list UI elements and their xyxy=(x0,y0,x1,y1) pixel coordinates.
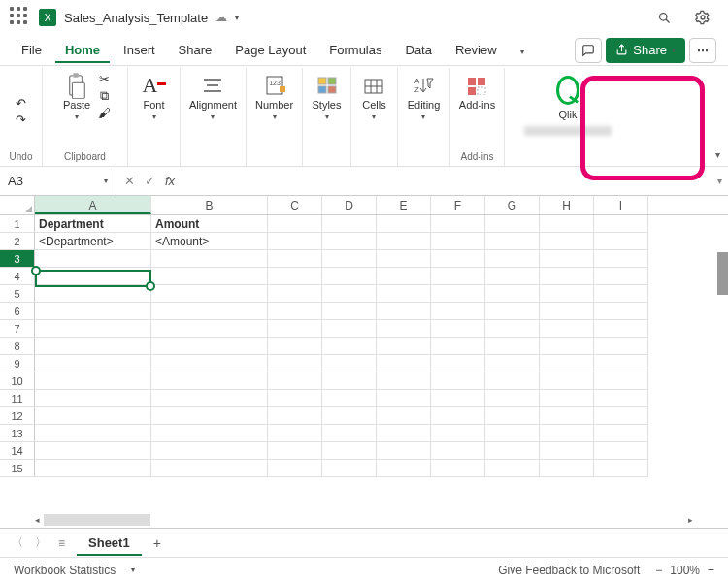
selection-handle-icon[interactable] xyxy=(31,266,41,275)
svg-line-1 xyxy=(666,19,669,22)
format-painter-icon[interactable]: 🖌 xyxy=(98,106,111,120)
horizontal-scroll-thumb[interactable] xyxy=(44,514,150,526)
sheet-nav-next-icon[interactable]: 〉 xyxy=(35,534,47,551)
share-button[interactable]: Share ▾ xyxy=(606,38,685,63)
alignment-icon xyxy=(201,74,224,97)
styles-icon xyxy=(315,74,339,97)
paste-button[interactable]: Paste ▾ xyxy=(59,72,94,123)
row-header-2[interactable]: 2 xyxy=(0,233,35,250)
active-cell-selection xyxy=(35,270,151,287)
select-all-corner[interactable] xyxy=(0,196,35,214)
cell-A1[interactable]: Department xyxy=(35,215,151,233)
document-name[interactable]: Sales_Analysis_Template xyxy=(64,11,208,25)
col-header-A[interactable]: A xyxy=(35,196,151,214)
qlik-icon xyxy=(556,74,579,107)
tab-overflow[interactable]: ▾ xyxy=(511,37,534,63)
svg-rect-5 xyxy=(73,73,79,78)
cell-B2[interactable]: <Amount> xyxy=(151,233,268,250)
col-header-D[interactable]: D xyxy=(322,196,377,214)
cells-icon xyxy=(362,74,385,97)
number-button[interactable]: 123 Number▾ xyxy=(251,72,297,123)
name-box[interactable]: A3 ▾ xyxy=(0,167,116,195)
addins-icon xyxy=(465,74,488,97)
undo-icon[interactable]: ↶ xyxy=(16,96,26,111)
add-sheet-button[interactable]: + xyxy=(153,535,161,551)
qlik-addin-subtitle-redacted xyxy=(524,126,612,136)
addins-button[interactable]: Add-ins xyxy=(455,72,499,113)
column-headers: A B C D E F G H I xyxy=(0,196,728,215)
share-button-label: Share xyxy=(633,43,667,57)
tab-file[interactable]: File xyxy=(12,37,51,63)
sort-filter-icon: AZ xyxy=(412,74,435,97)
col-header-B[interactable]: B xyxy=(151,196,268,214)
status-menu-caret-icon[interactable]: ▾ xyxy=(131,566,135,574)
zoom-out-button[interactable]: − xyxy=(655,564,662,577)
selection-handle-icon[interactable] xyxy=(146,281,155,291)
svg-rect-24 xyxy=(468,78,476,85)
workbook-stats-button[interactable]: Workbook Statistics xyxy=(14,564,116,577)
vertical-scroll-thumb[interactable] xyxy=(717,252,728,295)
ribbon: ↶ ↷ Undo Paste ▾ ✂ ⧉ 🖌 Clipboard A Font▾ xyxy=(0,66,728,167)
group-undo-title: Undo xyxy=(10,151,33,162)
confirm-formula-icon[interactable]: ✓ xyxy=(145,174,155,188)
all-sheets-icon[interactable]: ≡ xyxy=(58,536,65,550)
tab-data[interactable]: Data xyxy=(396,37,442,63)
sync-status-icon[interactable]: ☁ xyxy=(215,11,227,24)
zoom-in-button[interactable]: + xyxy=(708,564,714,577)
svg-point-2 xyxy=(701,16,705,19)
search-icon[interactable] xyxy=(657,11,672,25)
col-header-G[interactable]: G xyxy=(485,196,540,214)
tab-review[interactable]: Review xyxy=(446,37,507,63)
more-options-button[interactable]: ⋯ xyxy=(689,38,716,63)
zoom-level[interactable]: 100% xyxy=(670,564,700,577)
col-header-I[interactable]: I xyxy=(594,196,648,214)
cell-A2[interactable]: <Department> xyxy=(35,233,151,250)
row-header-1[interactable]: 1 xyxy=(0,215,35,233)
formula-bar-expand-icon[interactable]: ▾ xyxy=(717,176,722,186)
col-header-C[interactable]: C xyxy=(268,196,322,214)
svg-rect-26 xyxy=(468,87,476,95)
svg-point-0 xyxy=(660,13,668,20)
horizontal-scrollbar[interactable]: ◂ ▸ xyxy=(0,512,728,528)
col-header-E[interactable]: E xyxy=(377,196,431,214)
row-header-3[interactable]: 3 xyxy=(0,250,35,268)
sheet-nav-prev-icon[interactable]: 〈 xyxy=(12,534,23,551)
tab-share-tab[interactable]: Share xyxy=(169,37,222,63)
feedback-link[interactable]: Give Feedback to Microsoft xyxy=(498,564,640,577)
tab-formulas[interactable]: Formulas xyxy=(319,37,391,63)
font-button[interactable]: A Font▾ xyxy=(139,72,170,123)
status-bar: Workbook Statistics ▾ Give Feedback to M… xyxy=(0,557,728,582)
redo-icon[interactable]: ↷ xyxy=(16,113,26,127)
svg-rect-13 xyxy=(318,78,326,84)
excel-icon: X xyxy=(39,9,56,26)
cancel-formula-icon[interactable]: ✕ xyxy=(124,174,135,188)
alignment-button[interactable]: Alignment▾ xyxy=(185,72,241,123)
copy-icon[interactable]: ⧉ xyxy=(100,88,109,104)
col-header-H[interactable]: H xyxy=(540,196,594,214)
cell-B1[interactable]: Amount xyxy=(151,215,268,233)
tab-page-layout[interactable]: Page Layout xyxy=(225,37,315,63)
fx-icon[interactable]: fx xyxy=(165,174,175,188)
group-clipboard-title: Clipboard xyxy=(64,151,106,162)
app-launcher-icon[interactable] xyxy=(10,7,31,28)
styles-button[interactable]: Styles▾ xyxy=(309,72,346,123)
col-header-F[interactable]: F xyxy=(431,196,485,214)
sheet-tab-sheet1[interactable]: Sheet1 xyxy=(77,530,142,556)
svg-text:Z: Z xyxy=(414,85,419,94)
cut-icon[interactable]: ✂ xyxy=(99,72,110,86)
svg-rect-16 xyxy=(328,86,336,93)
editing-button[interactable]: AZ Editing▾ xyxy=(404,72,445,123)
qlik-addin-button[interactable]: Qlik xyxy=(520,72,615,138)
comments-button[interactable] xyxy=(575,38,602,63)
spreadsheet-grid[interactable]: A B C D E F G H I 1 Department Amount 2 … xyxy=(0,196,728,528)
cells-button[interactable]: Cells▾ xyxy=(358,72,389,123)
ribbon-collapse-icon[interactable]: ▾ xyxy=(715,149,720,160)
clipboard-icon xyxy=(65,74,88,97)
cell-A3[interactable] xyxy=(35,250,151,268)
gear-icon[interactable] xyxy=(695,10,711,25)
tab-home[interactable]: Home xyxy=(55,37,110,63)
tab-insert[interactable]: Insert xyxy=(114,37,165,63)
svg-rect-14 xyxy=(328,78,336,84)
group-addins-title: Add-ins xyxy=(461,151,494,162)
doc-menu-caret-icon[interactable]: ▾ xyxy=(235,14,239,22)
